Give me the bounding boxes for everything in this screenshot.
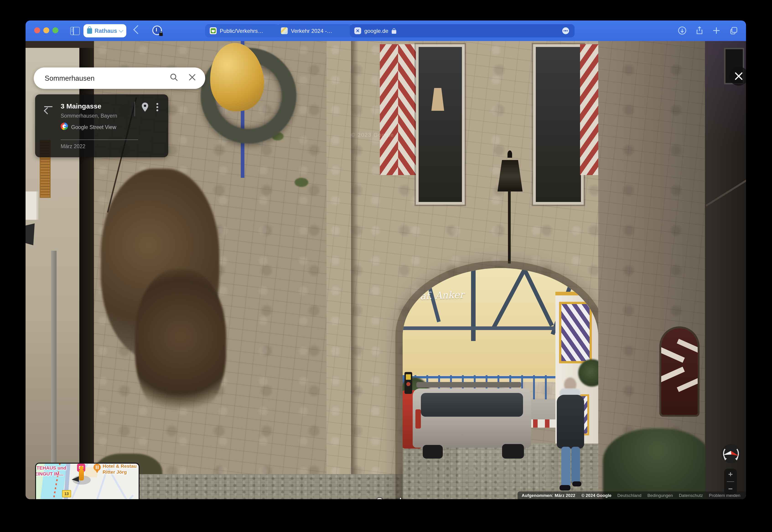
back-button[interactable] [133,25,142,34]
stair-rail [706,178,746,206]
place-card: 3 Maingasse Sommerhausen, Bayern Google … [35,94,168,157]
new-tab-icon[interactable] [712,26,721,35]
more-options-icon[interactable] [156,103,158,111]
teacup-favicon [210,27,217,34]
clear-search-icon[interactable] [188,73,196,83]
pedestrian-jacket [557,395,584,449]
google-logo[interactable]: Google [376,496,407,499]
street-view-panorama[interactable]: © 2023 Google af. Anker [26,41,746,499]
archway-opening: af. Anker [403,268,598,499]
capture-date: März 2022 [61,144,85,149]
pedestrian [554,377,586,491]
chevron-shutter-left [380,44,416,175]
shoe [560,485,570,491]
copyright: © 2024 Google [581,493,611,498]
link-datenschutz[interactable]: Datenschutz [679,493,703,498]
compass-control[interactable] [721,444,741,464]
onepassword-icon[interactable] [152,26,162,35]
pegman-body [79,470,84,480]
wall-lantern [26,223,35,245]
https-lock-icon [391,30,396,34]
attribution-bar: Aufgenommen: März 2022 © 2024 Google Deu… [518,491,746,499]
share-icon[interactable] [695,26,704,35]
pedestrian-jeans [561,447,570,487]
tab-google-de-active[interactable]: ✕ google.de [350,24,575,37]
tower-edge [351,41,358,499]
place-title: 3 Maingasse [61,102,101,110]
minimap[interactable]: 13 Sommerhausen TEHAUS und EINGUT IM... [35,463,140,499]
zoom-control: + − [724,469,737,495]
page-extensions-more-icon[interactable] [562,27,569,34]
purple-shutter-window [559,302,592,363]
place-subtitle: Sommerhausen, Bayern [61,113,117,119]
profile-label: Rathaus [95,28,117,34]
tab-label: Verkehr 2024 -… [291,28,332,34]
map-favicon [281,27,288,34]
search-icon[interactable] [170,73,178,83]
source-label: Google Street View [71,124,116,130]
screenshot-stage: Rathaus Public/Verkehrs… Verkehr 2024 -…… [0,0,772,532]
lock-badge-icon [159,33,163,36]
zoom-in-button[interactable]: + [728,470,733,478]
search-input[interactable]: Sommerhausen [34,67,205,89]
tab-label: Public/Verkehrs… [220,28,263,34]
map-pin-icon[interactable] [141,102,149,115]
tab-verkehr-2024[interactable]: Verkehr 2024 -… [276,24,352,37]
red-door [661,328,698,415]
taillight [415,409,421,429]
url-label: google.de [364,28,388,34]
google-g-icon [61,123,68,130]
bag-icon [87,28,92,34]
captured-date: Aufgenommen: März 2022 [522,493,575,498]
traffic-light-zoom[interactable] [52,27,58,33]
link-bedingungen[interactable]: Bedingungen [647,493,673,498]
tab-public-verkehrs[interactable]: Public/Verkehrs… [205,24,280,37]
browser-toolbar: Rathaus Public/Verkehrs… Verkehr 2024 -…… [26,21,746,41]
traffic-signal-box [404,372,412,394]
downloads-icon[interactable] [678,26,687,35]
window-right [533,44,584,205]
lamp-in-window [431,88,444,111]
search-value: Sommerhausen [45,74,170,82]
downpipe [51,251,57,499]
chevron-down-icon [119,28,123,32]
sidebar-icon[interactable] [70,27,80,35]
street-lamp-post [508,191,511,263]
tab-overview-icon[interactable] [729,26,738,35]
zoom-out-button[interactable]: − [728,485,733,493]
close-tab-icon[interactable]: ✕ [354,27,361,34]
traffic-light-close[interactable] [34,27,40,33]
white-window-frame [26,191,38,220]
link-deutschland[interactable]: Deutschland [617,493,642,498]
road-shield: 13 [62,490,71,497]
greenery [603,429,712,499]
silver-suv [413,382,531,459]
window-left [416,44,465,205]
traffic-light-minimize[interactable] [43,27,49,33]
view-direction-wedge [72,476,79,482]
dark-building-right [705,41,746,499]
back-arrow-icon[interactable] [44,106,52,107]
restaurant-pin [93,464,101,471]
safari-window: Rathaus Public/Verkehrs… Verkehr 2024 -…… [26,21,746,499]
profile-button[interactable]: Rathaus [83,24,126,37]
close-street-view-button[interactable] [729,67,746,86]
photo-watermark: © 2023 Google [351,132,394,138]
